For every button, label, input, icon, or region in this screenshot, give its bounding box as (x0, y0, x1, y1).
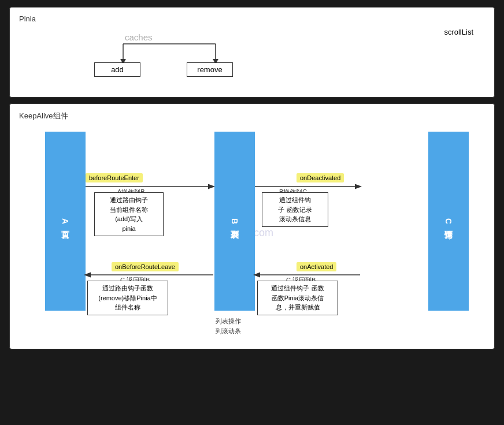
hook-onbeforerouteleave: onBeforeRouteLeave (112, 262, 179, 271)
note1-line1: 通过路由钩子 (110, 196, 148, 203)
keepalive-panel: KeepAlive组件 xiaw.com A首页 B列表页 C详情页 (9, 103, 495, 349)
bottom-note2: 到滚动条 (216, 327, 241, 334)
pinia-tree-svg (19, 28, 485, 85)
remove-box: remove (187, 62, 233, 77)
note3-line2: (remove)移除Pinia中 (98, 294, 157, 301)
pinia-panel: Pinia scrollList caches add remove (9, 7, 495, 98)
note2-line2: 子 函数记录 (278, 206, 312, 213)
note3-line1: 通过路由钩子函数 (102, 285, 153, 292)
lifeline-b: B列表页 (214, 132, 255, 311)
note-box-3: 通过路由钩子函数 (remove)移除Pinia中 组件名称 (87, 281, 168, 315)
note3-line3: 组件名称 (115, 304, 140, 311)
note-box-2: 通过组件钩 子 函数记录 滚动条信息 (262, 192, 328, 227)
bottom-note: 列表操作 到滚动条 (216, 316, 241, 335)
note-box-1: 通过路由钩子 当前组件名称 (add)写入 pinia (94, 192, 164, 236)
bottom-note1: 列表操作 (216, 318, 241, 325)
keepalive-label: KeepAlive组件 (19, 111, 485, 121)
hook-onactivated: onActivated (297, 262, 336, 271)
note2-line3: 滚动条信息 (279, 215, 311, 222)
pinia-label: Pinia (19, 14, 485, 23)
note-box-4: 通过组件钩子 函数 函数Pinia滚动条信 息，并重新赋值 (257, 281, 338, 315)
lifeline-a: A首页 (45, 132, 86, 311)
note1-line3: (add)写入 (115, 215, 143, 222)
note4-line1: 通过组件钩子 函数 (271, 285, 324, 292)
hook-beforerouteenter: beforeRouteEnter (86, 173, 143, 182)
add-box: add (94, 62, 140, 77)
note1-line2: 当前组件名称 (110, 206, 148, 213)
hook-ondeactivated: onDeactivated (297, 173, 344, 182)
note4-line3: 息，并重新赋值 (276, 304, 320, 311)
note1-line4: pinia (122, 225, 135, 232)
note4-line2: 函数Pinia滚动条信 (272, 294, 324, 301)
lifeline-c: C详情页 (428, 132, 469, 311)
note2-line1: 通过组件钩 (279, 196, 311, 203)
